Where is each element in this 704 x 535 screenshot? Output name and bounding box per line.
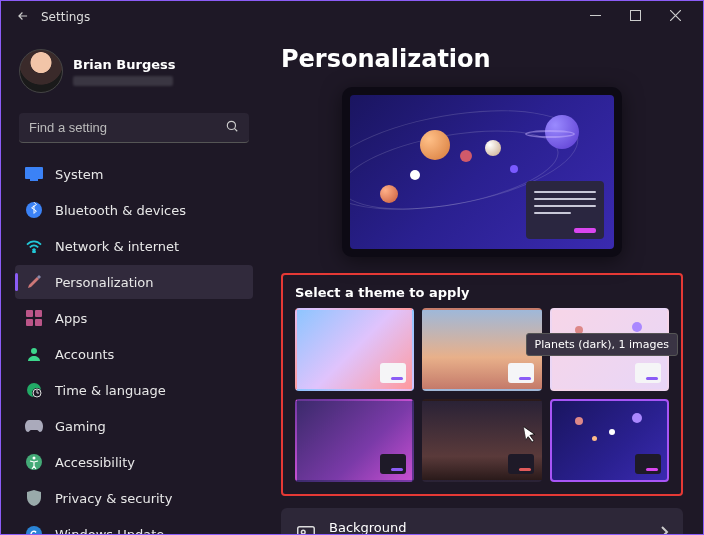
titlebar: Settings: [1, 1, 703, 33]
nav-label: Privacy & security: [55, 491, 172, 506]
system-icon: [25, 165, 43, 183]
nav-label: Accounts: [55, 347, 114, 362]
nav-network[interactable]: Network & internet: [15, 229, 253, 263]
svg-rect-4: [30, 179, 38, 181]
person-icon: [25, 345, 43, 363]
nav-personalization[interactable]: Personalization: [15, 265, 253, 299]
wallpaper-preview-frame: [342, 87, 622, 257]
paintbrush-icon: [25, 273, 43, 291]
close-button[interactable]: [655, 10, 695, 24]
search-icon: [225, 119, 239, 136]
nav-label: Windows Update: [55, 527, 164, 536]
svg-rect-10: [35, 319, 42, 326]
avatar: [19, 49, 63, 93]
search-input[interactable]: [29, 120, 225, 135]
globe-clock-icon: [25, 381, 43, 399]
nav-apps[interactable]: Apps: [15, 301, 253, 335]
picture-icon: [295, 523, 317, 534]
nav-accounts[interactable]: Accounts: [15, 337, 253, 371]
maximize-button[interactable]: [615, 10, 655, 24]
profile-block[interactable]: Brian Burgess: [15, 41, 253, 107]
accessibility-icon: [25, 453, 43, 471]
wallpaper-preview: [350, 95, 614, 249]
themes-section-highlighted: Select a theme to apply Planets (dark), …: [281, 273, 683, 496]
nav-system[interactable]: System: [15, 157, 253, 191]
window-title: Settings: [41, 10, 90, 24]
theme-option-5[interactable]: [550, 399, 669, 482]
back-button[interactable]: [9, 8, 37, 27]
profile-name: Brian Burgess: [73, 57, 176, 72]
svg-point-2: [227, 121, 235, 129]
minimize-button[interactable]: [575, 10, 615, 24]
nav-label: Time & language: [55, 383, 166, 398]
svg-rect-3: [25, 167, 43, 179]
nav-label: System: [55, 167, 103, 182]
svg-rect-8: [35, 310, 42, 317]
theme-option-4[interactable]: [422, 399, 541, 482]
sidebar: Brian Burgess System Bluetooth & devices…: [1, 33, 261, 534]
nav-gaming[interactable]: Gaming: [15, 409, 253, 443]
nav-label: Accessibility: [55, 455, 135, 470]
wifi-icon: [25, 237, 43, 255]
row-title: Background: [329, 520, 527, 534]
nav-accessibility[interactable]: Accessibility: [15, 445, 253, 479]
preview-window-mock: [526, 181, 604, 239]
nav-privacy[interactable]: Privacy & security: [15, 481, 253, 515]
chevron-right-icon: [659, 524, 669, 534]
nav-label: Personalization: [55, 275, 154, 290]
profile-subtext-redacted: [73, 76, 173, 86]
svg-point-11: [31, 348, 37, 354]
nav-list: System Bluetooth & devices Network & int…: [15, 157, 253, 535]
themes-title: Select a theme to apply: [295, 285, 669, 300]
background-row[interactable]: Background Background image, color, slid…: [281, 508, 683, 534]
nav-label: Network & internet: [55, 239, 179, 254]
page-heading: Personalization: [281, 45, 683, 73]
nav-label: Gaming: [55, 419, 106, 434]
theme-option-0[interactable]: [295, 308, 414, 391]
search-box[interactable]: [19, 113, 249, 143]
apps-icon: [25, 309, 43, 327]
theme-tooltip: Planets (dark), 1 images: [526, 333, 678, 356]
nav-label: Apps: [55, 311, 87, 326]
nav-time[interactable]: Time & language: [15, 373, 253, 407]
svg-point-16: [33, 457, 36, 460]
svg-rect-18: [298, 526, 315, 534]
theme-option-1[interactable]: [422, 308, 541, 391]
nav-update[interactable]: Windows Update: [15, 517, 253, 535]
bluetooth-icon: [25, 201, 43, 219]
update-icon: [25, 525, 43, 535]
svg-rect-0: [590, 15, 601, 16]
gamepad-icon: [25, 417, 43, 435]
main-layout: Brian Burgess System Bluetooth & devices…: [1, 33, 703, 534]
content-area: Personalization Select a theme to: [261, 33, 703, 534]
nav-bluetooth[interactable]: Bluetooth & devices: [15, 193, 253, 227]
svg-point-6: [33, 251, 35, 253]
nav-label: Bluetooth & devices: [55, 203, 186, 218]
svg-rect-1: [630, 11, 640, 21]
theme-option-3[interactable]: [295, 399, 414, 482]
svg-rect-9: [26, 319, 33, 326]
shield-icon: [25, 489, 43, 507]
svg-rect-7: [26, 310, 33, 317]
